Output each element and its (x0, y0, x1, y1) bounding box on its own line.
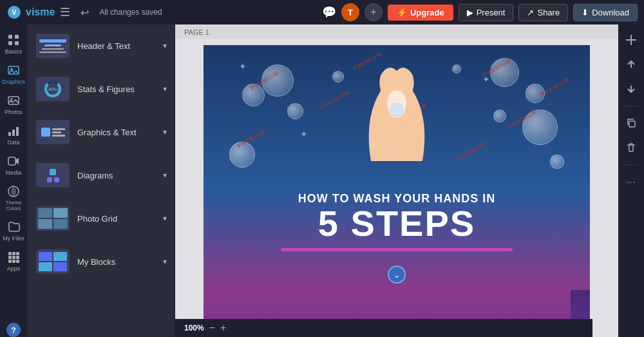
svg-rect-3 (15, 35, 19, 39)
menu-icon[interactable]: ☰ (60, 5, 70, 19)
svg-rect-23 (12, 260, 15, 263)
panel-item-graphics-text-arrow: ▾ (163, 128, 167, 137)
svg-rect-5 (15, 41, 19, 45)
panel-item-photo-grid-label: Photo Grid (77, 214, 166, 224)
panel-item-diagrams-arrow: ▾ (163, 171, 167, 180)
copy-button[interactable] (621, 113, 641, 133)
share-button[interactable]: ↗ Share (518, 4, 568, 21)
gfx-icon (41, 128, 50, 137)
sidebar-item-photos[interactable]: Photos (0, 89, 27, 119)
svg-point-26 (389, 102, 404, 117)
bubble-11 (550, 155, 564, 169)
zoom-bar: 100% − + (175, 319, 592, 337)
sidebar-item-apps[interactable]: Apps (0, 246, 27, 276)
zoom-out-button[interactable]: − (209, 322, 215, 334)
present-button[interactable]: ▶ Present (459, 4, 514, 21)
more-options-button[interactable]: ··· (621, 171, 641, 192)
move-down-button[interactable] (621, 79, 641, 99)
sidebar-item-graphics[interactable]: Graphics (0, 59, 27, 89)
svg-rect-18 (16, 252, 19, 255)
svg-text:V: V (12, 9, 17, 16)
premium-6: PREMIUM (539, 76, 570, 97)
svg-rect-4 (8, 41, 12, 45)
sidebar-label-my-files: My Files (3, 235, 24, 242)
move-up-button[interactable] (621, 54, 641, 75)
svg-rect-27 (629, 121, 635, 127)
play-icon: ▶ (467, 8, 473, 17)
scroll-indicator: ⌄ (388, 265, 406, 284)
panel-item-stats-arrow: ▾ (163, 84, 167, 93)
stats-label: 40% (48, 87, 57, 91)
photo-grid-thumbnail (36, 206, 70, 231)
chat-button[interactable]: 💬 (322, 5, 336, 19)
svg-rect-21 (16, 256, 19, 259)
help-button[interactable]: ? (6, 323, 21, 337)
sidebar-label-theme-colors: Theme Colors (3, 200, 24, 211)
gfx-lines (52, 128, 65, 137)
logo: V visme (6, 5, 55, 20)
sidebar-label-basics: Basics (5, 48, 23, 55)
svg-rect-12 (16, 127, 19, 136)
sidebar-item-media[interactable]: Media (0, 149, 27, 180)
panel-item-header-text[interactable]: Header & Text ▾ (27, 24, 175, 68)
page-label: PAGE 1 (175, 24, 618, 39)
panel-item-stats-label: Stats & Figures (77, 84, 166, 94)
svg-rect-17 (12, 252, 15, 255)
sidebar-label-media: Media (6, 169, 22, 176)
canvas-content[interactable]: ✦ ✦ ✦ PREMIUM PREMIUM PREMIUM PREMIUM PR… (175, 39, 618, 337)
bubble-3 (287, 103, 303, 119)
panel-item-header-text-arrow: ▾ (163, 41, 167, 50)
main-area: Basics Graphics Photos Data Media Theme … (0, 24, 644, 337)
sidebar-item-theme-colors[interactable]: Theme Colors (0, 180, 27, 215)
canvas-underline (281, 248, 513, 251)
undo-button[interactable]: ↩ (80, 6, 89, 19)
sidebar-label-graphics: Graphics (2, 79, 25, 85)
graphics-text-thumbnail (36, 120, 70, 144)
upgrade-button[interactable]: ⚡ Upgrade (388, 5, 453, 21)
topbar: V visme ☰ ↩ All changes saved 💬 T + ⚡ Up… (0, 0, 644, 24)
toolbar-separator-1 (623, 106, 639, 106)
panel-item-my-blocks-arrow: ▾ (163, 257, 167, 266)
scroll-circle: ⌄ (388, 265, 406, 284)
add-element-button[interactable] (621, 30, 641, 50)
svg-rect-22 (8, 260, 12, 263)
svg-rect-13 (8, 157, 15, 165)
sidebar-label-apps: Apps (7, 265, 21, 272)
left-icon-sidebar: Basics Graphics Photos Data Media Theme … (0, 24, 27, 337)
right-toolbar: ··· (618, 24, 644, 337)
delete-button[interactable] (621, 137, 641, 158)
saved-status: All changes saved (99, 8, 162, 17)
sidebar-label-photos: Photos (5, 109, 23, 115)
left-panel: Header & Text ▾ 40% Stats & Figures ▾ G (27, 24, 175, 337)
upgrade-icon: ⚡ (397, 8, 407, 17)
panel-item-diagrams[interactable]: Diagrams ▾ (27, 154, 175, 197)
svg-rect-16 (8, 252, 12, 255)
panel-item-graphics-text-label: Graphics & Text (77, 128, 166, 137)
sparkle-1: ✦ (239, 61, 247, 72)
bubble-6 (493, 110, 506, 122)
sidebar-item-data[interactable]: Data (0, 119, 27, 149)
sidebar-item-basics[interactable]: Basics (0, 28, 27, 59)
zoom-in-button[interactable]: + (220, 322, 226, 334)
download-button[interactable]: ⬇ Download (573, 4, 638, 21)
svg-rect-2 (8, 35, 12, 39)
panel-item-photo-grid[interactable]: Photo Grid ▾ (27, 197, 175, 240)
sparkle-3: ✦ (300, 129, 308, 139)
stats-figures-thumbnail: 40% (36, 77, 70, 101)
brand-name: visme (26, 6, 55, 18)
diagrams-thumbnail (36, 163, 70, 188)
panel-item-stats-figures[interactable]: 40% Stats & Figures ▾ (27, 68, 175, 111)
panel-item-graphics-text[interactable]: Graphics & Text ▾ (27, 111, 175, 154)
panel-item-my-blocks[interactable]: My Blocks ▾ (27, 240, 175, 284)
add-collaborator-button[interactable]: + (365, 3, 383, 21)
svg-rect-8 (8, 97, 19, 104)
panel-item-header-text-label: Header & Text (77, 41, 166, 51)
canvas-page: ✦ ✦ ✦ PREMIUM PREMIUM PREMIUM PREMIUM PR… (204, 45, 590, 337)
zoom-value: 100% (184, 323, 204, 332)
sidebar-item-my-files[interactable]: My Files (0, 215, 27, 246)
canvas-area: PAGE 1 ✦ (175, 24, 618, 337)
panel-item-photo-grid-arrow: ▾ (163, 214, 167, 223)
my-blocks-thumbnail (36, 249, 70, 274)
hands-graphic (326, 45, 468, 174)
avatar[interactable]: T (341, 3, 359, 21)
